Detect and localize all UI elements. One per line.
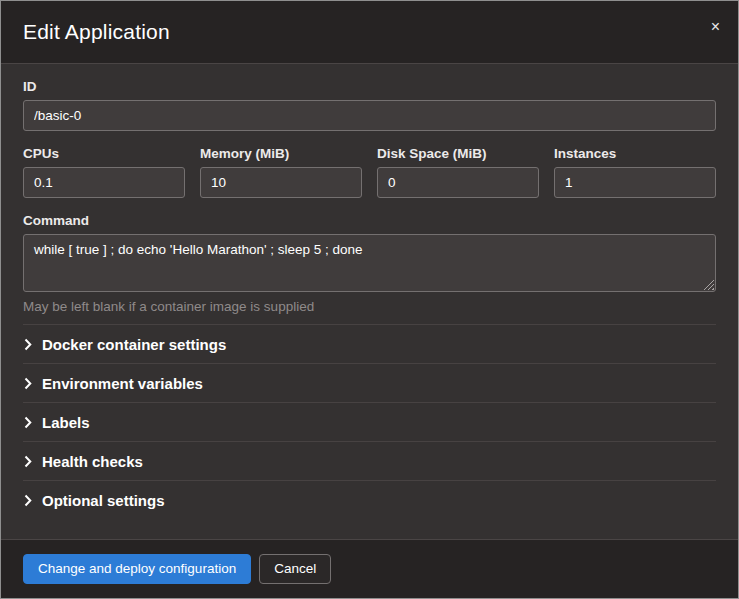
command-label: Command bbox=[23, 213, 716, 228]
chevron-right-icon bbox=[24, 494, 32, 507]
id-field-group: ID bbox=[23, 79, 716, 131]
resources-row: CPUs Memory (MiB) Disk Space (MiB) Insta… bbox=[23, 146, 716, 198]
section-label: Docker container settings bbox=[42, 336, 226, 353]
modal-footer: Change and deploy configuration Cancel bbox=[1, 539, 738, 598]
chevron-right-icon bbox=[24, 416, 32, 429]
instances-field-group: Instances bbox=[554, 146, 716, 198]
cpus-field-group: CPUs bbox=[23, 146, 185, 198]
command-help-text: May be left blank if a container image i… bbox=[23, 299, 716, 314]
change-and-deploy-button[interactable]: Change and deploy configuration bbox=[23, 554, 251, 584]
section-docker-container-settings[interactable]: Docker container settings bbox=[23, 324, 716, 363]
disk-label: Disk Space (MiB) bbox=[377, 146, 539, 161]
modal-header: Edit Application × bbox=[1, 1, 738, 64]
edit-application-modal: Edit Application × ID CPUs Memory (MiB) … bbox=[0, 0, 739, 599]
section-health-checks[interactable]: Health checks bbox=[23, 441, 716, 480]
section-label: Environment variables bbox=[42, 375, 203, 392]
cpus-input[interactable] bbox=[23, 167, 185, 198]
section-environment-variables[interactable]: Environment variables bbox=[23, 363, 716, 402]
instances-input[interactable] bbox=[554, 167, 716, 198]
cancel-button[interactable]: Cancel bbox=[259, 554, 331, 584]
section-label: Optional settings bbox=[42, 492, 165, 509]
id-input[interactable] bbox=[23, 100, 716, 131]
memory-label: Memory (MiB) bbox=[200, 146, 362, 161]
close-icon[interactable]: × bbox=[707, 15, 724, 39]
memory-input[interactable] bbox=[200, 167, 362, 198]
chevron-right-icon bbox=[24, 377, 32, 390]
disk-input[interactable] bbox=[377, 167, 539, 198]
chevron-right-icon bbox=[24, 455, 32, 468]
modal-body: ID CPUs Memory (MiB) Disk Space (MiB) In… bbox=[1, 64, 738, 539]
modal-title: Edit Application bbox=[23, 20, 170, 44]
memory-field-group: Memory (MiB) bbox=[200, 146, 362, 198]
accordion-sections: Docker container settings Environment va… bbox=[23, 324, 716, 539]
command-field-group: Command while [ true ] ; do echo 'Hello … bbox=[23, 213, 716, 314]
section-labels[interactable]: Labels bbox=[23, 402, 716, 441]
section-label: Health checks bbox=[42, 453, 143, 470]
section-label: Labels bbox=[42, 414, 90, 431]
command-textarea[interactable]: while [ true ] ; do echo 'Hello Marathon… bbox=[23, 234, 716, 292]
disk-field-group: Disk Space (MiB) bbox=[377, 146, 539, 198]
instances-label: Instances bbox=[554, 146, 716, 161]
id-label: ID bbox=[23, 79, 716, 94]
section-optional-settings[interactable]: Optional settings bbox=[23, 480, 716, 519]
cpus-label: CPUs bbox=[23, 146, 185, 161]
chevron-right-icon bbox=[24, 338, 32, 351]
